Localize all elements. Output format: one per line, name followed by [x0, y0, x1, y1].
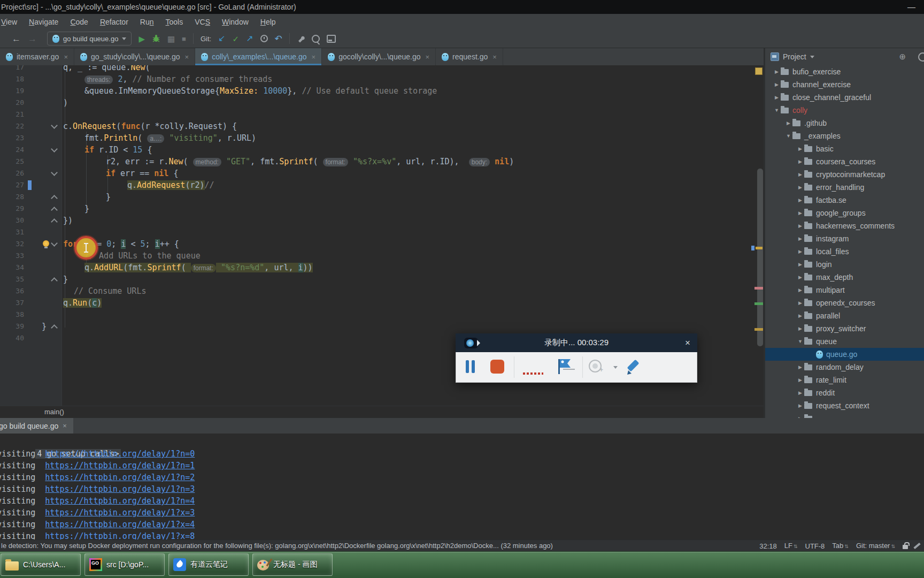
line-number[interactable]: 22 — [0, 120, 24, 132]
chevron-collapsed-icon[interactable]: ▶ — [796, 326, 804, 331]
run-tab[interactable]: go build queue.go × — [0, 418, 73, 434]
forward-icon[interactable]: → — [28, 34, 37, 43]
tree-item-.github[interactable]: ▶.github — [765, 117, 924, 130]
line-number[interactable]: 20 — [0, 97, 24, 109]
editor-scrollbar[interactable] — [757, 169, 763, 346]
flag-marker-button[interactable] — [556, 358, 575, 376]
run-button[interactable]: ▶ — [138, 35, 145, 43]
tree-item-random_delay[interactable]: ▶random_delay — [765, 361, 924, 374]
tree-item-cryptocoinmarketcap[interactable]: ▶cryptocoinmarketcap — [765, 168, 924, 181]
tree-item-queue.go[interactable]: queue.go — [765, 348, 924, 361]
rollback-button[interactable]: ↶ — [275, 34, 282, 43]
chevron-collapsed-icon[interactable]: ▶ — [796, 223, 804, 229]
stripe-mark-pink[interactable] — [754, 287, 763, 290]
git-branch-widget[interactable]: Git: master⇅ — [856, 540, 895, 552]
tree-item-rate_limit[interactable]: ▶rate_limit — [765, 374, 924, 386]
console-url-link[interactable]: https://httpbin.org/delay/1?n=3 — [45, 484, 195, 494]
back-icon[interactable]: ← — [12, 34, 21, 43]
code-line[interactable]: 25r2, err := r.New( method: "GET", fmt.S… — [0, 156, 750, 168]
tree-item-error_handling[interactable]: ▶error_handling — [765, 181, 924, 194]
tree-item-login[interactable]: ▶login — [765, 258, 924, 271]
code-line[interactable]: 21 — [0, 109, 750, 120]
code-line[interactable]: 29} — [0, 203, 750, 215]
stripe-mark-yellow[interactable] — [754, 328, 763, 331]
indent-widget[interactable]: Tab⇅ — [832, 540, 849, 552]
pause-button[interactable] — [466, 360, 475, 373]
tree-item-proxy_switcher[interactable]: ▶proxy_switcher — [765, 322, 924, 335]
stripe-warning-mark[interactable] — [756, 247, 763, 249]
run-configuration-select[interactable]: go build queue.go — [47, 32, 132, 45]
line-number[interactable]: 25 — [0, 156, 24, 168]
tree-item-openedx_courses[interactable]: ▶openedx_courses — [765, 296, 924, 309]
chevron-collapsed-icon[interactable]: ▶ — [796, 249, 804, 254]
code-line[interactable]: 37q.Run(c) — [0, 297, 750, 309]
line-number[interactable]: 28 — [0, 191, 24, 203]
menu-item-run[interactable]: Run — [134, 18, 160, 26]
close-icon[interactable]: × — [492, 53, 497, 61]
tree-item-hackernews_comments[interactable]: ▶hackernews_comments — [765, 219, 924, 232]
encoding-widget[interactable]: UTF-8 — [805, 541, 825, 552]
tree-item-multipart[interactable]: ▶multipart — [765, 284, 924, 296]
chevron-collapsed-icon[interactable]: ▶ — [796, 262, 804, 267]
line-number[interactable]: 18 — [0, 73, 24, 85]
close-icon[interactable]: × — [185, 53, 189, 61]
code-line[interactable]: 35} — [0, 273, 750, 285]
history-button[interactable] — [260, 35, 268, 42]
tree-item-channel_exercise[interactable]: ▶channel_exercise — [765, 78, 924, 91]
taskbar-button-goland[interactable]: GOsrc [D:\goP... — [84, 553, 165, 576]
tree-item-_examples[interactable]: ▼_examples — [765, 130, 924, 142]
tree-item-queue[interactable]: ▼queue — [765, 335, 924, 348]
code-line[interactable]: 17q, _ := queue.New( — [0, 65, 750, 73]
console-output[interactable]: 4 go setup calls> visiting https://httpb… — [0, 434, 924, 542]
code-line[interactable]: 33// Add URLs to the queue — [0, 250, 750, 262]
webcam-dropdown-icon[interactable] — [613, 366, 618, 369]
line-number[interactable]: 27 — [0, 179, 24, 191]
fold-marker-icon[interactable] — [51, 324, 58, 331]
line-number[interactable]: 31 — [0, 226, 24, 238]
code-line[interactable]: 23fmt.Println( a…: "visiting", r.URL) — [0, 132, 750, 144]
chevron-collapsed-icon[interactable]: ▶ — [784, 120, 792, 126]
tree-item-coursera_courses[interactable]: ▶coursera_courses — [765, 155, 924, 168]
chevron-collapsed-icon[interactable]: ▶ — [796, 159, 804, 164]
tree-item-factba.se[interactable]: ▶factba.se — [765, 194, 924, 207]
code-line[interactable]: 28} — [0, 191, 750, 203]
taskbar-button-folder[interactable]: C:\Users\A... — [1, 553, 81, 576]
line-number[interactable]: 19 — [0, 85, 24, 97]
line-number[interactable]: 29 — [0, 203, 24, 215]
webcam-button[interactable] — [589, 360, 602, 372]
code-line[interactable]: 19&queue.InMemoryQueueStorage{MaxSize: 1… — [0, 85, 750, 97]
code-line[interactable]: 20) — [0, 97, 750, 109]
debug-button[interactable] — [152, 34, 160, 43]
line-number[interactable]: 34 — [0, 262, 24, 273]
chevron-collapsed-icon[interactable]: ▶ — [773, 95, 781, 100]
tree-item-request_context[interactable]: ▶request_context — [765, 399, 924, 412]
line-number[interactable]: 36 — [0, 285, 24, 297]
status-message[interactable]: le detection: You may setup Docker deplo… — [1, 540, 553, 551]
taskbar-button-paint[interactable]: 无标题 - 画图 — [252, 553, 333, 576]
code-line[interactable]: 34q.AddURL(fmt.Sprintf( format: "%s?n=%d… — [0, 262, 750, 273]
line-number[interactable]: 23 — [0, 132, 24, 144]
close-icon[interactable]: × — [685, 338, 690, 348]
menu-item-view[interactable]: View — [0, 18, 23, 26]
chevron-expanded-icon[interactable]: ▼ — [796, 339, 804, 344]
console-url-link[interactable]: https://httpbin.org/delay/1?n=1 — [45, 461, 195, 470]
minimize-button[interactable]: — — [907, 0, 915, 14]
chevron-collapsed-icon[interactable]: ▶ — [796, 403, 804, 408]
chevron-expanded-icon[interactable]: ▼ — [784, 133, 792, 139]
inspection-indicator[interactable] — [755, 67, 763, 75]
locate-file-icon[interactable]: ⊕ — [899, 52, 906, 62]
console-url-link[interactable]: https://httpbin.org/delay/1?n=4 — [45, 496, 195, 506]
tree-item-reddit[interactable]: ▶reddit — [765, 386, 924, 399]
wrench-icon[interactable] — [297, 35, 305, 43]
close-icon[interactable]: × — [312, 53, 316, 61]
stop-recording-button[interactable] — [490, 360, 504, 374]
code-line[interactable]: 38 — [0, 309, 750, 321]
chevron-collapsed-icon[interactable]: ▶ — [796, 377, 804, 383]
search-icon[interactable] — [312, 35, 320, 43]
line-number[interactable]: 39 — [0, 321, 24, 332]
chevron-collapsed-icon[interactable]: ▶ — [796, 146, 804, 151]
editor-tab[interactable]: colly\_examples\...\queue.go× — [195, 48, 322, 65]
current-function[interactable]: main() — [44, 408, 64, 416]
close-icon[interactable]: × — [64, 53, 68, 61]
taskbar-button-youdao[interactable]: 有道云笔记 — [168, 553, 249, 576]
